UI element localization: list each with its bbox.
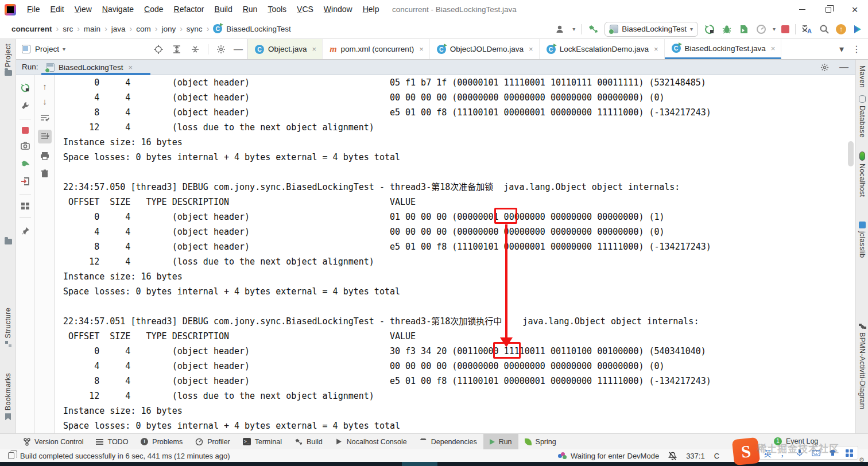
profiler-icon[interactable]: [755, 24, 767, 35]
breadcrumb-item[interactable]: sync: [185, 25, 204, 33]
encoding-label[interactable]: C: [714, 452, 719, 460]
close-icon[interactable]: ×: [654, 45, 658, 53]
toolbox-grid-icon[interactable]: [846, 449, 853, 457]
breadcrumb-item[interactable]: com: [135, 25, 152, 33]
toolwindow-terminal[interactable]: >_ Terminal: [237, 434, 288, 450]
hide-panel-icon[interactable]: —: [234, 44, 243, 55]
search-icon[interactable]: [819, 24, 830, 35]
gear-icon[interactable]: ⚙: [859, 456, 865, 464]
menu-item[interactable]: Window: [319, 0, 358, 19]
close-button[interactable]: ×: [842, 0, 868, 19]
toolwindow-todo[interactable]: TODO: [90, 434, 134, 450]
breadcrumb-item[interactable]: java: [110, 25, 127, 33]
run-with-coverage-icon[interactable]: [738, 24, 750, 35]
pin-icon[interactable]: [20, 225, 31, 236]
editor-tab[interactable]: C ObjectJOLDemo.java ×: [430, 39, 540, 59]
gear-icon[interactable]: [215, 44, 227, 55]
menu-item[interactable]: Code: [139, 0, 168, 19]
toolwindow-run-active[interactable]: Run: [483, 434, 518, 450]
gear-icon[interactable]: [819, 61, 830, 73]
build-hammer-icon[interactable]: [587, 24, 599, 35]
menu-item[interactable]: Build: [210, 0, 238, 19]
settings-wrench-icon[interactable]: [20, 100, 31, 111]
editor-tab[interactable]: C LockEscalationDemo.java ×: [540, 39, 665, 59]
debug-bug-icon[interactable]: [721, 24, 733, 35]
stop-icon[interactable]: [781, 25, 789, 33]
devmode-status[interactable]: Waiting for enter DevMode: [558, 452, 659, 460]
rerun-icon[interactable]: [20, 82, 31, 94]
editor-tab-active[interactable]: C BiasedLockingTest.java ×: [665, 39, 782, 59]
menu-item[interactable]: Run: [238, 0, 263, 19]
menu-item[interactable]: File: [22, 0, 45, 19]
menu-item[interactable]: Refactor: [169, 0, 210, 19]
toolwindow-build[interactable]: Build: [288, 434, 329, 450]
project-panel-title[interactable]: Project: [35, 45, 59, 53]
run-console-output[interactable]: 0 4 (object header) 05 f1 b7 1f (0000010…: [55, 75, 848, 433]
breadcrumb-item[interactable]: concurrent: [10, 25, 53, 33]
breadcrumb-item[interactable]: main: [83, 25, 102, 33]
update-available-icon[interactable]: ↑: [836, 24, 846, 34]
print-icon[interactable]: [39, 150, 51, 161]
close-icon[interactable]: ×: [529, 45, 533, 53]
menu-item[interactable]: Tools: [262, 0, 292, 19]
chevron-down-icon[interactable]: ▾: [839, 44, 844, 55]
thread-dump-camera-icon[interactable]: [20, 140, 31, 152]
sidebar-item-bpmn[interactable]: BPMN-Activiti-Diagram: [856, 324, 868, 409]
menu-item[interactable]: View: [69, 0, 97, 19]
status-message[interactable]: Build completed successfully in 6 sec, 4…: [20, 452, 230, 460]
up-stack-trace-icon[interactable]: ↑: [42, 82, 47, 91]
layout-grid-icon[interactable]: [21, 203, 29, 209]
menu-item[interactable]: VCS: [292, 0, 319, 19]
soft-wrap-icon[interactable]: [39, 112, 51, 123]
rerun-failed-tests-icon[interactable]: [20, 158, 31, 169]
rerun-icon[interactable]: [704, 24, 715, 35]
tool-stripe-folder[interactable]: [0, 239, 16, 244]
hide-panel-icon[interactable]: —: [839, 62, 848, 72]
minimize-button[interactable]: [789, 0, 815, 19]
expand-all-icon[interactable]: [171, 44, 183, 55]
run-configuration-select[interactable]: BiasedLockingTest ▾: [604, 22, 698, 37]
chevron-down-icon[interactable]: ▾: [572, 26, 575, 32]
caret-position[interactable]: 337:1: [686, 452, 705, 460]
toolwindow-problems[interactable]: ! Problems: [134, 434, 189, 450]
clear-all-trash-icon[interactable]: [39, 168, 51, 179]
close-icon[interactable]: ×: [129, 63, 133, 72]
sidebar-item-structure[interactable]: Structure: [0, 308, 16, 347]
collapse-all-icon[interactable]: [189, 44, 201, 55]
notifications-muted-icon[interactable]: [668, 452, 677, 460]
exit-icon[interactable]: [20, 176, 31, 187]
kebab-menu-icon[interactable]: ⋮: [852, 44, 861, 55]
scrollbar-thumb[interactable]: [848, 141, 854, 166]
editor-tab[interactable]: m pom.xml (concurrent) ×: [323, 39, 430, 59]
menu-item[interactable]: Navigate: [97, 0, 139, 19]
sidebar-item-project[interactable]: Project: [0, 44, 16, 76]
sidebar-item-maven[interactable]: Maven: [856, 65, 868, 88]
menu-item[interactable]: Help: [358, 0, 385, 19]
translate-icon[interactable]: A: [801, 24, 813, 35]
sidebar-item-bookmarks[interactable]: Bookmarks: [0, 373, 16, 420]
locate-file-icon[interactable]: [153, 44, 164, 55]
sidebar-item-jclasslib[interactable]: jclasslib: [856, 222, 868, 258]
toolwindow-profiler[interactable]: Profiler: [189, 434, 237, 450]
plugin-logo-icon[interactable]: [852, 24, 863, 35]
down-stack-trace-icon[interactable]: ↓: [42, 97, 47, 106]
sidebar-item-database[interactable]: Database: [856, 95, 868, 138]
users-icon[interactable]: [555, 24, 567, 35]
toolwindow-nocalhost-console[interactable]: Nocalhost Console: [329, 434, 413, 450]
breadcrumb-item[interactable]: jony: [160, 25, 177, 33]
scroll-to-end-icon[interactable]: [38, 130, 52, 143]
toolwindow-dependencies[interactable]: Dependencies: [413, 434, 483, 450]
toolwindow-spring[interactable]: Spring: [518, 434, 563, 450]
restore-button[interactable]: [815, 0, 842, 19]
close-icon[interactable]: ×: [419, 45, 424, 53]
menu-item[interactable]: Edit: [45, 0, 69, 19]
close-icon[interactable]: ×: [312, 45, 317, 53]
editor-tab[interactable]: C Object.java ×: [248, 39, 323, 59]
toolwindow-version-control[interactable]: Version Control: [17, 434, 90, 450]
stop-icon[interactable]: [22, 127, 29, 134]
breadcrumb-item[interactable]: src: [61, 25, 74, 33]
chevron-down-icon[interactable]: ▾: [63, 46, 65, 52]
breadcrumb-leaf[interactable]: BiasedLockingTest: [225, 25, 292, 33]
chevron-down-icon[interactable]: ▾: [773, 26, 776, 32]
close-icon[interactable]: ×: [771, 44, 776, 53]
